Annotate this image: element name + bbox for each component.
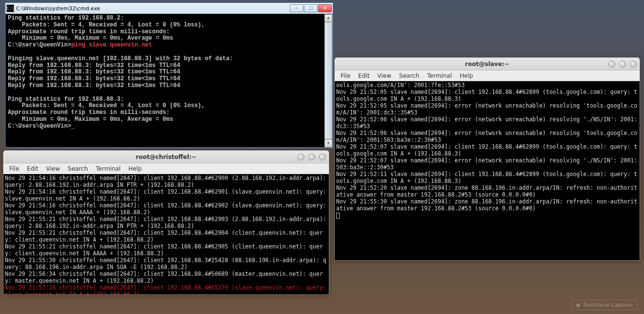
cmd-titlebar[interactable]: C:\ C:\Windows\system32\cmd.exe ─ ☐ ✕ xyxy=(5,3,333,14)
camera-icon: ◉ xyxy=(576,302,580,308)
window-controls xyxy=(608,61,637,67)
close-button[interactable] xyxy=(630,61,637,67)
terminal-title: root@christoffel:~ xyxy=(136,154,196,160)
menu-terminal[interactable]: Terminal xyxy=(93,164,124,173)
close-button[interactable] xyxy=(319,154,326,160)
terminal-output[interactable]: ools.google.com/A/IN': 2001:7fe::53#53 N… xyxy=(335,81,640,260)
watermark-text: FastStone Capture xyxy=(583,302,633,308)
terminal-slave: root@slave:~ File Edit View Search Termi… xyxy=(334,57,640,261)
minimize-button[interactable] xyxy=(608,61,615,67)
maximize-button[interactable]: ☐ xyxy=(304,4,318,12)
minimize-button[interactable]: ─ xyxy=(290,4,303,12)
menu-help[interactable]: Help xyxy=(126,164,145,173)
cmd-title: C:\Windows\system32\cmd.exe xyxy=(16,5,289,12)
terminal-title: root@slave:~ xyxy=(465,61,509,67)
menu-view[interactable]: View xyxy=(374,71,394,80)
cmd-typed-command: ping slave.queenvin.net xyxy=(71,42,152,48)
menu-view[interactable]: View xyxy=(43,164,63,173)
maximize-button[interactable] xyxy=(308,154,315,160)
close-button[interactable]: ✕ xyxy=(318,4,332,12)
menu-search[interactable]: Search xyxy=(65,164,91,173)
cmd-output[interactable]: Ping statistics for 192.168.88.2: Packet… xyxy=(5,14,333,148)
menubar: File Edit View Search Terminal Help xyxy=(3,163,329,174)
menu-edit[interactable]: Edit xyxy=(24,164,41,173)
menu-edit[interactable]: Edit xyxy=(355,71,372,80)
window-controls xyxy=(298,154,326,160)
scroll-down-icon[interactable]: ▼ xyxy=(324,139,332,147)
menu-terminal[interactable]: Terminal xyxy=(424,71,455,80)
window-controls: ─ ☐ ✕ xyxy=(289,4,332,12)
menubar: File Edit View Search Terminal Help xyxy=(335,70,640,81)
menu-file[interactable]: File xyxy=(6,164,22,173)
terminal-output[interactable]: Nov 29 21:54:16 christoffel named[2647]:… xyxy=(3,174,329,294)
watermark: ◉ FastStone Capture xyxy=(571,300,637,310)
cmd-output-post: Pinging slave.queenvin.net [192.168.88.3… xyxy=(8,55,233,123)
minimize-button[interactable] xyxy=(298,154,304,160)
log-lines: Nov 29 21:54:16 christoffel named[2647]:… xyxy=(5,175,329,284)
cmd-prompt-1: C:\Users\QueenVin> xyxy=(8,42,71,48)
log-line-highlighted: Nov 29 21:57:16 christoffel named[2647]:… xyxy=(5,284,329,294)
terminal-titlebar[interactable]: root@slave:~ xyxy=(335,58,640,70)
cmd-output-pre: Ping statistics for 192.168.88.2: Packet… xyxy=(8,15,205,42)
cmd-window: C:\ C:\Windows\system32\cmd.exe ─ ☐ ✕ Pi… xyxy=(5,2,333,148)
cmd-icon: C:\ xyxy=(6,4,14,12)
menu-file[interactable]: File xyxy=(338,71,353,80)
maximize-button[interactable] xyxy=(619,61,626,67)
cursor-icon xyxy=(336,213,340,219)
menu-help[interactable]: Help xyxy=(457,71,476,80)
log-lines: ools.google.com/A/IN': 2001:7fe::53#53 N… xyxy=(336,82,637,212)
terminal-christoffel: root@christoffel:~ File Edit View Search… xyxy=(3,150,329,295)
scrollbar[interactable]: ▲ ▼ xyxy=(324,14,332,147)
scroll-thumb[interactable] xyxy=(324,22,332,139)
menu-search[interactable]: Search xyxy=(396,71,422,80)
terminal-titlebar[interactable]: root@christoffel:~ xyxy=(3,151,329,163)
cmd-prompt-2: C:\Users\QueenVin>_ xyxy=(8,123,75,130)
scroll-up-icon[interactable]: ▲ xyxy=(324,14,332,22)
